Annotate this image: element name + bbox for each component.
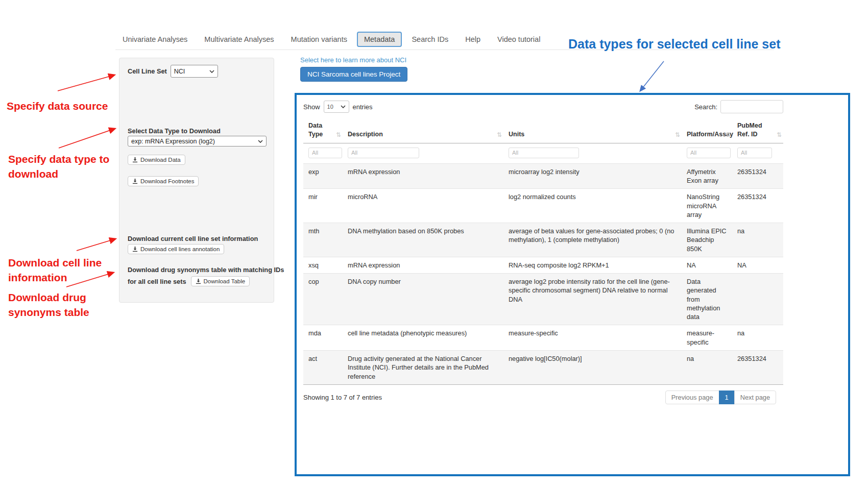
filter-input-pubmed[interactable] [737,148,772,158]
tab-search-ids[interactable]: Search IDs [404,32,455,47]
page-1-button[interactable]: 1 [719,391,735,404]
cell-platform: Data generated from methylation data [682,274,732,325]
download-annotation-label: Download cell lines annotation [140,246,220,252]
column-label: PubMed Ref. ID [737,122,762,138]
blue-arrow-data-types [640,61,664,91]
cell-units: negative log[IC50(molar)] [503,351,682,385]
tab-multivariate-analyses[interactable]: Multivariate Analyses [197,32,281,47]
cell-units: measure-specific [503,325,682,351]
cell-data-type: mda [303,325,343,351]
column-label: Units [509,131,524,138]
tab-metadata[interactable]: Metadata [357,32,402,47]
data-type-heading: Select Data Type to Download [128,127,221,135]
search-label: Search: [694,103,717,111]
table-row: mda cell line metadata (phenotypic measu… [303,325,783,351]
cell-info-heading: Download current cell line set informati… [128,235,258,242]
cell-description: DNA copy number [343,274,503,325]
column-header-description[interactable]: Description⇅ [343,119,503,143]
previous-page-button[interactable]: Previous page [665,391,719,404]
download-icon [132,179,138,184]
cell-units: RNA-seq composite log2 RPKM+1 [503,257,682,273]
pagination: Previous page 1 Next page [665,391,776,404]
project-button[interactable]: NCI Sarcoma cell lines Project [300,67,407,82]
column-header-units[interactable]: Units⇅ [503,119,682,143]
cell-pubmed: na [732,223,783,257]
cell-units: average of beta values for gene-associat… [503,223,682,257]
column-header-platform[interactable]: Platform/Assay⇅ [682,119,732,143]
cell-data-type: cop [303,274,343,325]
chevron-down-icon [341,105,346,108]
sort-icon[interactable]: ⇅ [777,131,782,139]
red-arrow-specify-source [58,75,114,91]
annotation-download-drug-synonyms: Download drug synonyms table [8,290,108,320]
cell-description: mRNA expression [343,163,503,189]
download-cell-lines-annotation-button[interactable]: Download cell lines annotation [128,244,224,254]
filter-input-description[interactable] [348,148,419,158]
cell-description: cell line metadata (phenotypic measures) [343,325,503,351]
cell-line-set-select[interactable]: NCI [171,65,218,78]
sort-icon[interactable]: ⇅ [336,131,341,139]
table-row: act Drug activity generated at the Natio… [303,351,783,385]
cell-units: log2 normalized counts [503,189,682,223]
drug-heading-line2: for all cell line sets [128,278,186,285]
learn-more-link[interactable]: Select here to learn more about NCI [300,56,406,64]
download-footnotes-button[interactable]: Download Footnotes [128,176,199,186]
cell-platform: Illumina EPIC Beadchip 850K [682,223,732,257]
sort-icon[interactable]: ⇅ [497,131,502,139]
next-page-button[interactable]: Next page [734,391,776,404]
show-label: Show [303,103,320,111]
cell-data-type: mir [303,189,343,223]
table-row: mir microRNA log2 normalized counts Nano… [303,189,783,223]
cell-pubmed [732,274,783,325]
download-table-label: Download Table [204,278,246,284]
cell-platform: na [682,351,732,385]
column-header-pubmed[interactable]: PubMed Ref. ID⇅ [732,119,783,143]
table-row: cop DNA copy number average log2 probe i… [303,274,783,325]
drug-synonyms-heading: Download drug synonyms table with matchi… [128,266,274,286]
cell-units: microarray log2 intensity [503,163,682,189]
cell-pubmed: 26351324 [732,351,783,385]
filter-input-platform[interactable] [687,148,731,158]
cell-description: microRNA [343,189,503,223]
column-header-data-type[interactable]: Data Type⇅ [303,119,343,143]
cell-pubmed: 26351324 [732,163,783,189]
column-label: Data Type [308,122,323,138]
download-icon [196,279,201,284]
data-types-box: Show 10 entries Search: Data Type⇅ [295,93,850,476]
tab-univariate-analyses[interactable]: Univariate Analyses [115,32,195,47]
tab-video-tutorial[interactable]: Video tutorial [490,32,547,47]
download-icon [132,247,138,252]
data-type-select[interactable]: exp: mRNA Expression (log2) [128,136,267,147]
annotation-specify-type: Specify data type to download [8,152,120,182]
data-types-table: Data Type⇅ Description⇅ Units⇅ Platform/… [303,119,783,385]
filter-input-data-type[interactable] [308,148,342,158]
cell-pubmed: NA [732,257,783,273]
cell-units: average log2 probe intensity ratio for t… [503,274,682,325]
page-length-select[interactable]: 10 [324,101,349,113]
cell-data-type: mth [303,223,343,257]
download-data-button[interactable]: Download Data [128,155,185,165]
cell-data-type: exp [303,163,343,189]
cell-pubmed: 26351324 [732,189,783,223]
filter-input-units[interactable] [509,148,579,158]
tab-help[interactable]: Help [458,32,488,47]
download-icon [132,157,138,163]
tab-mutation-variants[interactable]: Mutation variants [284,32,354,47]
download-data-label: Download Data [140,157,181,163]
sort-icon[interactable]: ⇅ [675,131,680,139]
sort-icon[interactable]: ⇅ [726,131,731,139]
header-row: Data Type⇅ Description⇅ Units⇅ Platform/… [303,119,783,143]
cell-platform: Affymetrix Exon array [682,163,732,189]
download-table-button[interactable]: Download Table [191,276,250,286]
data-type-value: exp: mRNA Expression (log2) [131,138,215,145]
cell-pubmed: na [732,325,783,351]
search-input[interactable] [720,100,783,113]
cell-platform: measure-specific [682,325,732,351]
column-label: Description [348,131,383,138]
chevron-down-icon [258,140,263,143]
download-footnotes-label: Download Footnotes [140,178,194,184]
page: Univariate Analyses Multivariate Analyse… [0,0,868,488]
chevron-down-icon [209,70,214,73]
annotation-download-cell-info: Download cell line information [8,255,115,285]
cell-platform: NA [682,257,732,273]
